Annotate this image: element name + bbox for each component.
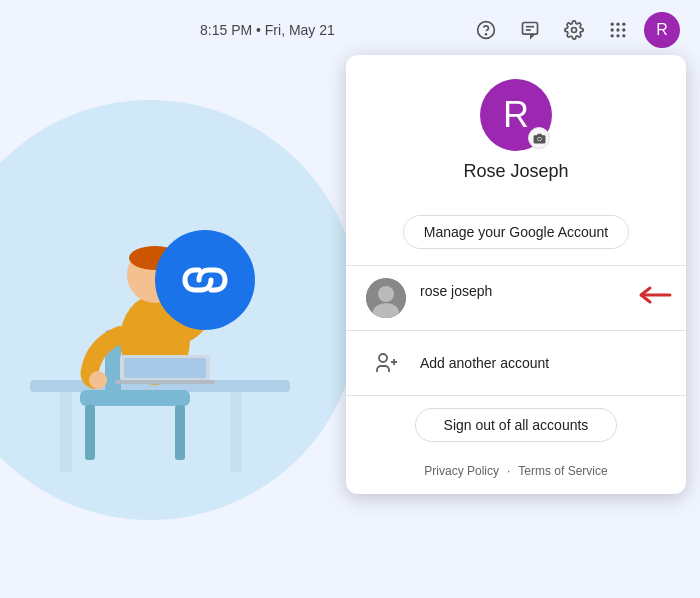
svg-point-23 xyxy=(622,23,625,26)
svg-point-33 xyxy=(378,286,394,302)
svg-point-35 xyxy=(379,354,387,362)
account-item-email: xxxxxxxx@gmail.c xyxy=(420,299,560,314)
account-dropdown-panel: R Rose Joseph xxxxxxx@gmail.com Manage y… xyxy=(346,55,686,494)
add-account-item[interactable]: Add another account xyxy=(346,331,686,395)
svg-rect-14 xyxy=(124,358,206,378)
svg-point-25 xyxy=(616,28,619,31)
svg-rect-1 xyxy=(60,392,72,472)
add-account-icon xyxy=(366,343,406,383)
svg-point-21 xyxy=(611,23,614,26)
footer-separator: · xyxy=(507,464,510,478)
chain-link-icon xyxy=(155,230,255,330)
camera-icon[interactable] xyxy=(528,127,550,149)
svg-point-27 xyxy=(611,34,614,37)
apps-button[interactable] xyxy=(600,12,636,48)
sign-out-button[interactable]: Sign out of all accounts xyxy=(415,408,618,442)
svg-rect-17 xyxy=(523,23,538,35)
account-avatar-button[interactable]: R xyxy=(644,12,680,48)
svg-rect-2 xyxy=(230,392,242,472)
panel-header: R Rose Joseph xxxxxxx@gmail.com Manage y… xyxy=(346,55,686,266)
svg-point-10 xyxy=(89,371,107,389)
svg-point-24 xyxy=(611,28,614,31)
panel-user-email: xxxxxxx@gmail.com xyxy=(426,186,606,201)
account-list-item[interactable]: rose joseph xxxxxxxx@gmail.c xyxy=(346,266,686,330)
svg-rect-3 xyxy=(80,390,190,406)
datetime-display: 8:15 PM • Fri, May 21 xyxy=(200,22,335,38)
account-item-name: rose joseph xyxy=(420,283,666,299)
svg-point-28 xyxy=(616,34,619,37)
top-bar: 8:15 PM • Fri, May 21 R xyxy=(0,0,700,60)
svg-rect-6 xyxy=(175,405,185,460)
svg-point-22 xyxy=(616,23,619,26)
help-button[interactable] xyxy=(468,12,504,48)
panel-avatar: R xyxy=(480,79,552,151)
svg-rect-13 xyxy=(115,380,215,384)
sign-out-section: Sign out of all accounts xyxy=(346,395,686,454)
svg-point-31 xyxy=(537,137,540,140)
footer-links: Privacy Policy · Terms of Service xyxy=(346,454,686,494)
account-item-info: rose joseph xxxxxxxx@gmail.c xyxy=(420,283,666,314)
privacy-policy-link[interactable]: Privacy Policy xyxy=(424,464,499,478)
manage-account-button[interactable]: Manage your Google Account xyxy=(403,215,629,249)
settings-button[interactable] xyxy=(556,12,592,48)
svg-rect-5 xyxy=(85,405,95,460)
svg-point-20 xyxy=(572,28,577,33)
svg-point-26 xyxy=(622,28,625,31)
svg-point-29 xyxy=(622,34,625,37)
add-account-label: Add another account xyxy=(420,355,549,371)
terms-of-service-link[interactable]: Terms of Service xyxy=(518,464,607,478)
account-item-avatar xyxy=(366,278,406,318)
feedback-button[interactable] xyxy=(512,12,548,48)
panel-user-name: Rose Joseph xyxy=(463,161,568,182)
red-arrow-indicator xyxy=(636,284,672,312)
